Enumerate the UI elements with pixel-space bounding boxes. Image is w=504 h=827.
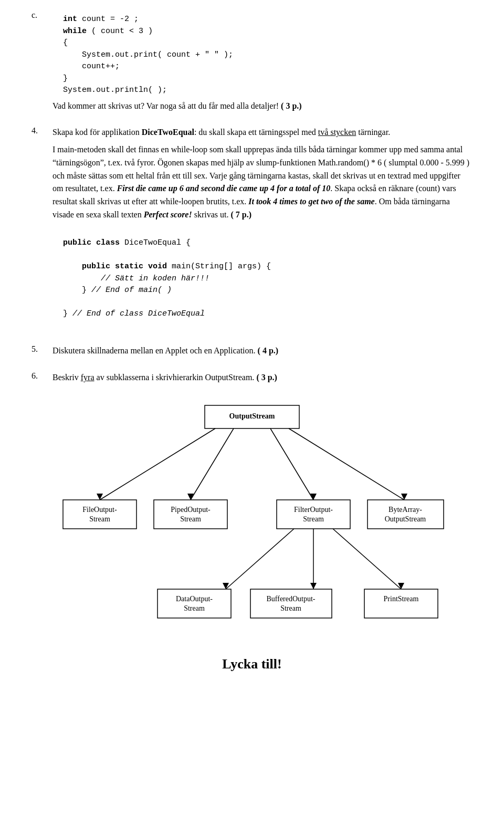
svg-text:PrintStream: PrintStream xyxy=(384,595,419,603)
code-while: while xyxy=(63,27,87,36)
section-6-text: Beskriv fyra av subklasserna i skrivhier… xyxy=(52,371,483,384)
diagram-container: OutputStream xyxy=(52,395,483,647)
section-6-label: 6. xyxy=(32,371,52,647)
hierarchy-diagram: OutputStream xyxy=(52,395,483,647)
s4-points: ( 7 p.) xyxy=(230,210,251,219)
svg-text:FilterOutput-: FilterOutput- xyxy=(294,506,333,514)
section-6: 6. Beskriv fyra av subklasserna i skrivh… xyxy=(32,371,472,647)
svg-line-2 xyxy=(100,428,215,500)
svg-marker-25 xyxy=(310,583,317,589)
svg-text:DataOutput-: DataOutput- xyxy=(176,595,213,603)
svg-line-22 xyxy=(226,529,294,589)
svg-marker-27 xyxy=(398,583,404,589)
section-4-label: 4. xyxy=(32,126,52,335)
svg-text:Stream: Stream xyxy=(89,515,110,523)
s6-points: ( 3 p.) xyxy=(256,373,277,382)
section-5-body: Diskutera skillnaderna mellan en Applet … xyxy=(52,344,472,362)
svg-line-26 xyxy=(333,529,401,589)
section-4-main-text: I main-metoden skall det finnas en while… xyxy=(52,143,472,222)
svg-text:FileOutput-: FileOutput- xyxy=(82,506,117,514)
code-int: int xyxy=(63,15,77,24)
svg-rect-34 xyxy=(364,589,438,618)
section-c-body: int count = -2 ; while ( count < 3 ) { S… xyxy=(52,11,472,117)
svg-text:Stream: Stream xyxy=(184,604,205,612)
svg-text:OutputStream: OutputStream xyxy=(229,412,275,420)
svg-text:OutputStream: OutputStream xyxy=(385,515,426,523)
svg-text:Stream: Stream xyxy=(303,515,324,523)
section-c-label: c. xyxy=(32,11,52,117)
svg-rect-28 xyxy=(158,589,231,618)
svg-text:ByteArray-: ByteArray- xyxy=(388,506,422,514)
section-5-label: 5. xyxy=(32,344,52,362)
section-4: 4. Skapa kod för applikation DiceTwoEqua… xyxy=(32,126,472,335)
svg-rect-13 xyxy=(154,500,227,529)
svg-text:PipedOutput-: PipedOutput- xyxy=(171,506,211,514)
section-4-body: Skapa kod för applikation DiceTwoEqual: … xyxy=(52,126,472,335)
svg-rect-16 xyxy=(277,500,350,529)
svg-line-8 xyxy=(289,428,404,500)
section-6-body: Beskriv fyra av subklasserna i skrivhier… xyxy=(52,371,483,647)
svg-text:Stream: Stream xyxy=(180,515,201,523)
section-5: 5. Diskutera skillnaderna mellan en Appl… xyxy=(32,344,472,362)
section-4-intro: Skapa kod för applikation DiceTwoEqual: … xyxy=(52,126,472,139)
svg-rect-19 xyxy=(368,500,444,529)
code-block-4a: public class DiceTwoEqual { public stati… xyxy=(63,226,472,332)
svg-rect-31 xyxy=(250,589,332,618)
section-c-question: Vad kommer att skrivas ut? Var noga så a… xyxy=(52,100,472,113)
svg-line-6 xyxy=(270,428,313,500)
footer-text: Lycka till! xyxy=(32,656,472,672)
svg-line-4 xyxy=(191,428,234,500)
section-5-text: Diskutera skillnaderna mellan en Applet … xyxy=(52,344,472,358)
svg-rect-10 xyxy=(63,500,136,529)
svg-text:Stream: Stream xyxy=(280,604,301,612)
svg-marker-23 xyxy=(223,583,229,589)
c-points: ( 3 p.) xyxy=(281,101,302,110)
code-block-c: int count = -2 ; while ( count < 3 ) { S… xyxy=(63,14,472,97)
section-c: c. int count = -2 ; while ( count < 3 ) … xyxy=(32,11,472,117)
s5-points: ( 4 p.) xyxy=(258,346,279,355)
page-content: c. int count = -2 ; while ( count < 3 ) … xyxy=(32,11,472,672)
svg-text:BufferedOutput-: BufferedOutput- xyxy=(266,595,315,603)
